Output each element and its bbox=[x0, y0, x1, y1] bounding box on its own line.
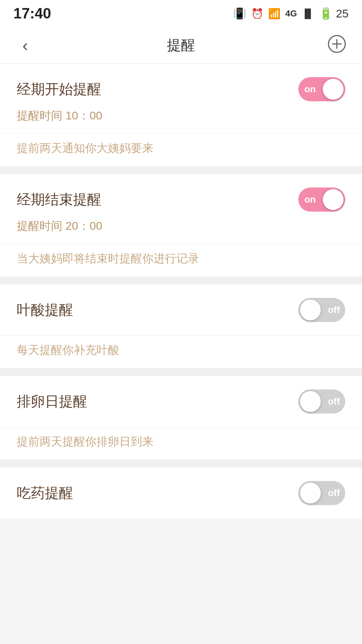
reminder-desc-row-ovulation: 提前两天提醒你排卵日到来 bbox=[0, 427, 362, 460]
toggle-knob-period-end bbox=[323, 189, 344, 210]
signal-bars-icon: ▐▌ bbox=[302, 8, 314, 19]
reminder-section-ovulation: 排卵日提醒off提前两天提醒你排卵日到来 bbox=[0, 376, 362, 460]
reminder-title-period-start: 经期开始提醒 bbox=[17, 80, 101, 99]
toggle-knob-folic-acid bbox=[300, 300, 321, 320]
reminder-title-ovulation: 排卵日提醒 bbox=[17, 392, 87, 411]
reminder-section-period-start: 经期开始提醒on提醒时间 10：00提前两天通知你大姨妈要来 bbox=[0, 64, 362, 166]
wifi-icon: 📶 bbox=[268, 8, 281, 19]
toggle-label-folic-acid: off bbox=[328, 305, 340, 315]
toggle-knob-medicine bbox=[300, 483, 321, 503]
reminder-main-row-period-end: 经期结束提醒on bbox=[0, 174, 362, 218]
status-icons: 📳 ⏰ 📶 4G ▐▌ 🔋 25 bbox=[233, 7, 349, 20]
section-divider-1 bbox=[0, 276, 362, 284]
reminder-title-period-end: 经期结束提醒 bbox=[17, 190, 101, 209]
back-button[interactable]: ‹ bbox=[13, 34, 37, 57]
alarm-icon: ⏰ bbox=[251, 8, 263, 19]
reminder-title-medicine: 吃药提醒 bbox=[17, 484, 73, 502]
reminder-section-period-end: 经期结束提醒on提醒时间 20：00当大姨妈即将结束时提醒你进行记录 bbox=[0, 174, 362, 276]
add-button[interactable] bbox=[325, 34, 349, 57]
toggle-label-medicine: off bbox=[328, 488, 340, 498]
reminder-list: 经期开始提醒on提醒时间 10：00提前两天通知你大姨妈要来经期结束提醒on提醒… bbox=[0, 64, 362, 519]
add-icon bbox=[328, 35, 346, 56]
reminder-desc-folic-acid: 每天提醒你补充叶酸 bbox=[17, 343, 119, 356]
reminder-time-period-end: 提醒时间 20：00 bbox=[17, 219, 102, 232]
toggle-period-end[interactable]: on bbox=[298, 187, 345, 212]
reminder-time-period-start: 提醒时间 10：00 bbox=[17, 109, 102, 122]
reminder-main-row-folic-acid: 叶酸提醒off bbox=[0, 284, 362, 335]
reminder-section-folic-acid: 叶酸提醒off每天提醒你补充叶酸 bbox=[0, 284, 362, 368]
reminder-main-row-period-start: 经期开始提醒on bbox=[0, 64, 362, 108]
toggle-label-period-start: on bbox=[304, 84, 316, 95]
reminder-title-folic-acid: 叶酸提醒 bbox=[17, 301, 73, 319]
status-time: 17:40 bbox=[13, 5, 51, 22]
reminder-desc-row-folic-acid: 每天提醒你补充叶酸 bbox=[0, 335, 362, 368]
reminder-section-medicine: 吃药提醒off bbox=[0, 468, 362, 519]
toggle-label-period-end: on bbox=[304, 194, 316, 205]
nav-bar: ‹ 提醒 bbox=[0, 27, 362, 64]
reminder-main-row-medicine: 吃药提醒off bbox=[0, 468, 362, 519]
toggle-ovulation[interactable]: off bbox=[298, 389, 345, 414]
battery-level: 🔋 25 bbox=[319, 7, 349, 20]
reminder-main-row-ovulation: 排卵日提醒off bbox=[0, 376, 362, 427]
section-divider-0 bbox=[0, 166, 362, 174]
signal-4g-icon: 4G bbox=[285, 8, 297, 19]
reminder-time-row-period-end: 提醒时间 20：00 bbox=[0, 218, 362, 244]
reminder-desc-period-start: 提前两天通知你大姨妈要来 bbox=[17, 142, 154, 154]
status-bar: 17:40 📳 ⏰ 📶 4G ▐▌ 🔋 25 bbox=[0, 0, 362, 27]
back-icon: ‹ bbox=[22, 37, 28, 54]
toggle-label-ovulation: off bbox=[328, 396, 340, 407]
toggle-knob-period-start bbox=[323, 79, 344, 100]
reminder-desc-row-period-end: 当大姨妈即将结束时提醒你进行记录 bbox=[0, 244, 362, 276]
toggle-folic-acid[interactable]: off bbox=[298, 298, 345, 322]
reminder-desc-period-end: 当大姨妈即将结束时提醒你进行记录 bbox=[17, 252, 199, 265]
section-divider-2 bbox=[0, 368, 362, 376]
toggle-medicine[interactable]: off bbox=[298, 481, 345, 505]
reminder-time-row-period-start: 提醒时间 10：00 bbox=[0, 108, 362, 133]
toggle-period-start[interactable]: on bbox=[298, 77, 345, 101]
reminder-desc-row-period-start: 提前两天通知你大姨妈要来 bbox=[0, 133, 362, 166]
toggle-knob-ovulation bbox=[300, 391, 321, 412]
vibrate-icon: 📳 bbox=[233, 7, 246, 20]
page-title: 提醒 bbox=[167, 36, 195, 55]
reminder-desc-ovulation: 提前两天提醒你排卵日到来 bbox=[17, 435, 154, 448]
section-divider-3 bbox=[0, 460, 362, 468]
